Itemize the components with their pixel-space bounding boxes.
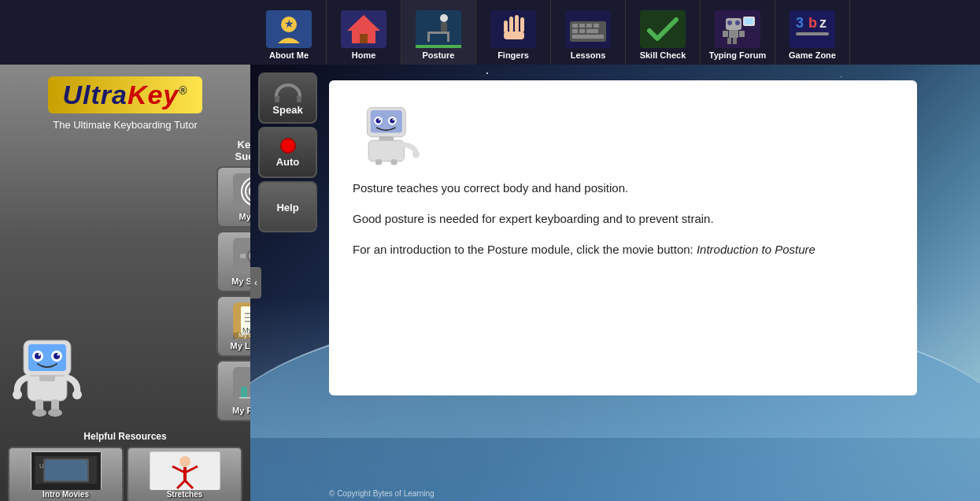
svg-rect-34 — [729, 30, 738, 38]
svg-rect-14 — [509, 17, 513, 32]
svg-point-122 — [393, 119, 394, 121]
home-icon — [340, 9, 387, 49]
svg-text:z: z — [819, 15, 827, 31]
nav-lessons-label: Lessons — [571, 50, 606, 60]
svg-rect-37 — [727, 38, 731, 44]
top-navigation: ★ About Me Home — [0, 0, 980, 65]
svg-rect-114 — [297, 96, 301, 102]
logo-area: UltraKey® The Ultimate Keyboarding Tutor — [8, 72, 242, 139]
speak-icon — [273, 80, 303, 104]
svg-rect-29 — [640, 10, 686, 48]
svg-text:b: b — [808, 15, 817, 31]
svg-rect-72 — [240, 254, 246, 258]
nav-typing-forum[interactable]: Typing Forum — [701, 0, 775, 65]
svg-rect-11 — [447, 34, 449, 42]
copyright-text: © Copyright Bytes of Learning — [329, 489, 435, 498]
svg-point-125 — [412, 151, 420, 158]
intro-movies-thumbnail: UltraKey — [31, 451, 102, 490]
star — [841, 76, 841, 77]
nav-home-label: Home — [352, 50, 376, 60]
game-zone-icon: 3 b z — [789, 9, 836, 49]
nav-about-me[interactable]: ★ About Me — [252, 0, 327, 65]
about-me-icon: ★ — [265, 9, 312, 49]
info-paragraph-3-prefix: For an introduction to the Posture modul… — [353, 243, 693, 256]
svg-rect-8 — [441, 22, 447, 32]
svg-point-55 — [13, 390, 22, 399]
svg-rect-5 — [360, 34, 368, 43]
intro-movies-button[interactable]: UltraKey Intro Movies — [8, 447, 124, 501]
auto-label: Auto — [276, 156, 300, 168]
resources-title: Helpful Resources — [8, 431, 242, 442]
svg-text:★: ★ — [284, 17, 294, 30]
nav-skill-check[interactable]: Skill Check — [626, 0, 701, 65]
resources-grid: UltraKey Intro Movies — [8, 447, 242, 501]
svg-point-121 — [379, 119, 380, 121]
help-label: Help — [276, 202, 298, 213]
nav-fingers[interactable]: Fingers — [476, 0, 551, 65]
stretches-button[interactable]: Stretches — [127, 447, 242, 501]
svg-rect-35 — [723, 31, 728, 37]
svg-point-32 — [727, 20, 732, 25]
svg-point-94 — [179, 456, 190, 467]
nav-lessons[interactable]: Lessons — [551, 0, 626, 65]
svg-rect-113 — [275, 96, 279, 102]
nav-home[interactable]: Home — [327, 0, 401, 65]
info-paragraph-2: Good posture is needed for expert keyboa… — [353, 210, 893, 228]
svg-rect-36 — [739, 31, 745, 37]
logo-ultra: Ultra — [62, 80, 127, 109]
svg-rect-21 — [572, 24, 578, 28]
svg-rect-124 — [368, 140, 404, 161]
svg-rect-83 — [241, 387, 247, 398]
fingers-icon — [490, 9, 537, 49]
collapse-handle[interactable]: ‹ — [250, 267, 261, 299]
speak-button[interactable]: Speak — [258, 72, 317, 124]
svg-rect-61 — [39, 375, 55, 381]
auto-button[interactable]: Auto — [258, 127, 317, 178]
nav-fingers-label: Fingers — [497, 50, 529, 60]
resources-section: Helpful Resources UltraKey Intro Mov — [8, 431, 242, 501]
svg-text:3: 3 — [796, 15, 804, 31]
nav-posture[interactable]: Posture — [401, 0, 476, 65]
auto-icon — [280, 138, 296, 154]
svg-rect-45 — [796, 32, 829, 35]
svg-rect-17 — [504, 20, 508, 33]
mascot-svg — [8, 334, 87, 421]
svg-rect-92 — [45, 460, 87, 481]
logo-subtitle: The Ultimate Keyboarding Tutor — [53, 119, 198, 131]
card-mascot-icon — [353, 104, 423, 167]
svg-point-54 — [57, 354, 60, 356]
svg-point-53 — [39, 354, 41, 356]
nav-game-zone-label: Game Zone — [789, 50, 836, 60]
svg-point-7 — [440, 14, 448, 22]
side-panel: Speak Auto Help — [258, 72, 317, 232]
nav-posture-label: Posture — [423, 50, 455, 60]
svg-rect-126 — [375, 159, 382, 165]
svg-point-56 — [72, 390, 82, 399]
logo-registered: ® — [179, 84, 187, 97]
logo-key: Key — [128, 80, 179, 109]
intro-movies-label: Intro Movies — [43, 490, 89, 499]
svg-rect-23 — [586, 24, 592, 28]
info-card: Posture teaches you correct body and han… — [329, 80, 917, 395]
star — [486, 72, 488, 74]
content-area: Speak Auto Help — [250, 65, 980, 501]
svg-rect-9 — [427, 32, 449, 34]
main-container: UltraKey® The Ultimate Keyboarding Tutor — [0, 65, 980, 501]
posture-icon — [415, 9, 462, 49]
stretches-label: Stretches — [167, 490, 203, 499]
svg-rect-22 — [579, 24, 585, 28]
info-paragraph-1: Posture teaches you correct body and han… — [353, 179, 893, 198]
svg-rect-24 — [594, 24, 599, 28]
logo-text: UltraKey® — [62, 80, 187, 109]
help-button[interactable]: Help — [258, 181, 317, 232]
nav-typing-forum-label: Typing Forum — [709, 50, 767, 60]
sidebar-top: Keys to Success My Goal — [8, 139, 242, 425]
skill-check-icon — [639, 9, 686, 49]
svg-point-59 — [32, 409, 46, 417]
svg-point-33 — [735, 20, 740, 25]
nav-game-zone[interactable]: 3 b z Game Zone — [775, 0, 850, 65]
info-paragraph-3: For an introduction to the Posture modul… — [353, 240, 893, 259]
sidebar: UltraKey® The Ultimate Keyboarding Tutor — [0, 65, 250, 501]
svg-point-60 — [48, 409, 62, 417]
typing-forum-icon — [714, 9, 761, 49]
